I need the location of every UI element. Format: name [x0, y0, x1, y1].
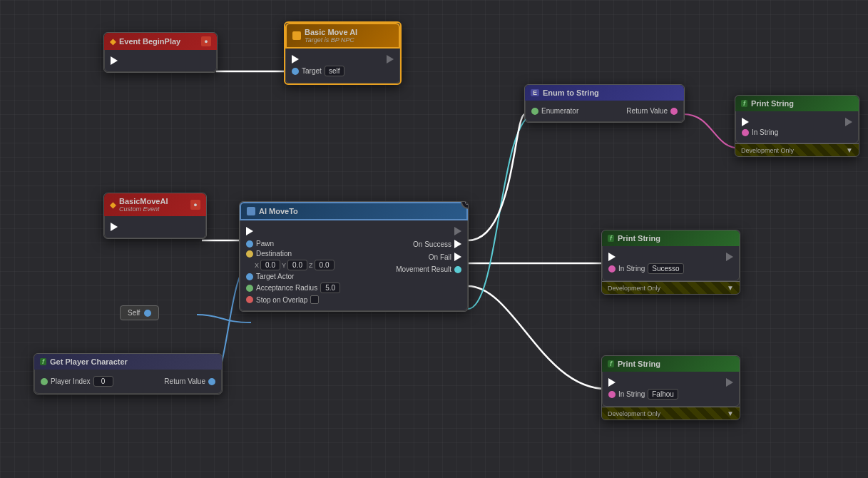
ps3-dev-only: Development Only ▼ — [602, 407, 740, 419]
enumerator-pin — [531, 108, 538, 115]
x-value: 0.0 — [260, 260, 280, 270]
enum-to-string-header: E Enum to String — [525, 85, 684, 101]
acceptance-radius-row: Acceptance Radius 5.0 — [246, 283, 373, 293]
ai-exec-in — [246, 227, 253, 235]
on-fail-pin — [454, 253, 461, 261]
get-player-character-node: f Get Player Character Player Index 0 Re… — [34, 353, 223, 395]
stop-overlap-pin — [246, 296, 253, 303]
ai-exec-out — [454, 227, 461, 235]
ai-icon — [247, 207, 255, 215]
player-index-pin — [41, 378, 48, 385]
player-index-row: Player Index 0 Return Value — [41, 376, 215, 387]
basic-move-ai-event-header: ◆ BasicMoveAI Custom Event ● — [104, 193, 206, 216]
ps3-in-string-pin — [608, 391, 616, 398]
enumerator-row: Enumerator Return Value — [531, 107, 678, 115]
print-string-1-title: Print String — [751, 99, 794, 108]
exec-out-row — [111, 223, 200, 231]
ps1-in-string-pin — [742, 129, 749, 136]
ps2-in-string-pin — [608, 265, 616, 273]
ps1-chevron: ▼ — [846, 146, 853, 154]
return-value-pin — [208, 378, 215, 385]
acceptance-radius-label: Acceptance Radius — [256, 284, 317, 292]
print-string-3-title: Print String — [618, 360, 660, 368]
target-pin — [292, 68, 299, 75]
basic-move-ai-subtitle: Target is BP NPC — [305, 36, 357, 44]
player-index-label: Player Index — [51, 377, 91, 385]
on-success-row: On Success — [376, 240, 461, 248]
ps3-exec-out — [726, 378, 733, 387]
basic-move-ai-body: Target self — [285, 49, 400, 83]
event-badge2: ● — [190, 200, 200, 210]
basic-move-ai-event-node: ◆ BasicMoveAI Custom Event ● — [103, 193, 207, 239]
f-icon-ps1: f — [741, 100, 747, 107]
z-value: 0.0 — [315, 260, 335, 270]
basic-move-ai-titles: Basic Move AI Target is BP NPC — [305, 28, 357, 44]
ps1-exec-in — [742, 118, 749, 126]
ps2-dev-only-label: Development Only — [608, 285, 660, 292]
get-player-character-body: Player Index 0 Return Value — [34, 370, 222, 394]
event-begin-play-body — [104, 50, 217, 72]
ps2-in-string-value: Sucesso — [648, 263, 683, 274]
player-index-value: 0 — [93, 376, 113, 387]
exec-out-pin2 — [111, 223, 118, 231]
ps3-chevron: ▼ — [727, 410, 734, 417]
basic-move-ai-node: Basic Move AI Target is BP NPC Target se… — [284, 21, 402, 85]
exec-row — [292, 55, 394, 63]
blueprint-canvas: ◆ Event BeginPlay ● Basic Move AI Target… — [0, 0, 868, 478]
pawn-label: Pawn — [256, 240, 274, 248]
ps3-in-string-label: In String — [618, 390, 645, 398]
ps2-in-string-label: In String — [618, 265, 645, 273]
event-exec-row — [111, 56, 210, 65]
y-label: Y — [282, 262, 286, 269]
exec-out-pin — [111, 56, 118, 65]
stop-overlap-checkbox[interactable] — [310, 295, 319, 304]
target-actor-row: Target Actor — [246, 273, 373, 280]
return-value-label-e: Return Value — [626, 107, 668, 115]
pawn-row: Pawn — [246, 240, 373, 248]
enum-icon: E — [531, 89, 539, 96]
ai-move-to-header: AI MoveTo — [240, 202, 468, 220]
print-string-2-header: f Print String — [602, 230, 740, 246]
exec-in-pin — [292, 55, 299, 63]
print-string-1-node: f Print String In String Development Onl… — [735, 95, 859, 157]
print-string-3-body: In String Falhou — [602, 372, 740, 407]
target-value: self — [325, 66, 344, 76]
basic-move-ai-event-titles: BasicMoveAI Custom Event — [119, 197, 168, 213]
print-string-3-header: f Print String — [602, 356, 740, 372]
print-string-2-body: In String Sucesso — [602, 246, 740, 281]
self-node: Self — [120, 305, 159, 320]
enum-to-string-body: Enumerator Return Value — [525, 101, 684, 122]
self-pin — [144, 310, 151, 317]
custom-event-icon: ◆ — [110, 200, 116, 210]
print-string-1-body: In String — [735, 111, 859, 143]
ps3-dev-only-label: Development Only — [608, 410, 660, 417]
ps2-in-string-row: In String Sucesso — [608, 263, 733, 274]
on-success-pin — [454, 240, 461, 248]
x-label: X — [255, 262, 259, 269]
enum-to-string-node: E Enum to String Enumerator Return Value — [524, 84, 685, 123]
basic-move-ai-title: Basic Move AI — [305, 28, 357, 36]
movement-result-pin — [454, 266, 461, 273]
enum-to-string-title: Enum to String — [543, 88, 599, 97]
basic-move-ai-event-body — [104, 216, 206, 238]
get-player-character-header: f Get Player Character — [34, 354, 222, 370]
destination-row: Destination — [246, 250, 373, 258]
ps2-exec-out — [726, 253, 733, 261]
ps3-exec-row — [608, 378, 733, 387]
z-label: Z — [309, 262, 313, 269]
ps2-exec-in — [608, 253, 616, 261]
xyz-row: X 0.0 Y 0.0 Z 0.0 — [255, 260, 373, 270]
f-icon-ps2: f — [608, 235, 614, 242]
ps1-dev-only: Development Only ▼ — [735, 143, 859, 156]
ps1-in-string-row: In String — [742, 128, 852, 136]
on-fail-row: On Fail — [376, 253, 461, 261]
print-string-2-node: f Print String In String Sucesso Develop… — [601, 230, 740, 295]
ps3-exec-in — [608, 378, 616, 387]
f-icon-gpc: f — [40, 358, 46, 365]
ai-exec-row — [246, 227, 461, 235]
destination-label: Destination — [256, 250, 292, 258]
event-begin-play-node: ◆ Event BeginPlay ● — [103, 32, 218, 73]
ps3-in-string-value: Falhou — [648, 389, 678, 400]
stop-overlap-row: Stop on Overlap — [246, 295, 373, 304]
target-actor-label: Target Actor — [256, 273, 294, 280]
